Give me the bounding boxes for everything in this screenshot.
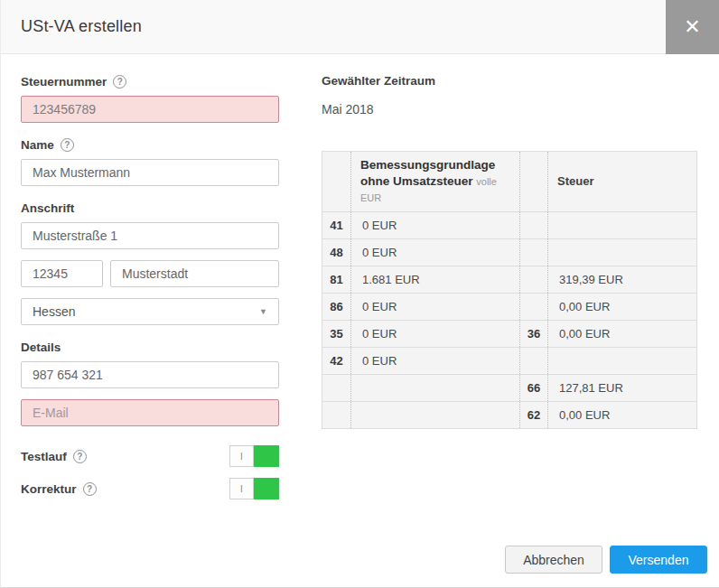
code-cell [322,375,351,402]
help-icon[interactable]: ? [83,482,97,496]
name-label-text: Name [21,138,54,152]
base-cell: 0 EUR [351,321,520,348]
base-cell: 0 EUR [351,212,520,239]
zip-input[interactable] [21,260,103,287]
tax-cell [548,239,697,266]
korrektur-row: Korrektur ? I [21,478,279,499]
help-icon[interactable]: ? [73,450,87,463]
base-cell: 0 EUR [351,239,520,266]
name-input[interactable] [21,159,279,186]
base-cell [351,402,520,429]
code-cell: 86 [322,294,351,321]
street-input[interactable] [21,222,279,249]
dialog-header: USt-VA erstellen ✕ [1,0,719,54]
tax-cell [548,348,697,375]
vat-table: Bemessungsgrundlage ohne Umsatzsteuer vo… [322,151,697,429]
state-select[interactable]: Hessen ▼ [21,298,279,325]
tax-cell: 127,81 EUR [548,375,697,402]
base-cell: 0 EUR [351,294,520,321]
tax-cell: 0,00 EUR [548,321,697,348]
zeitraum-value: Mai 2018 [322,102,700,117]
close-icon: ✕ [684,15,700,39]
toggle-handle: I [229,478,254,499]
code2-cell [520,266,548,294]
header-code-cell [322,152,351,212]
steuernummer-label: Steuernummer ? [21,74,279,89]
steuernummer-input[interactable] [21,96,279,123]
code-cell: 35 [322,321,351,348]
testlauf-toggle[interactable]: I [229,445,279,467]
tax-cell [548,212,697,239]
code-cell [322,402,351,429]
reference-input[interactable] [21,361,279,388]
toggle-track-on [254,478,279,499]
testlauf-label-text: Testlauf [21,450,67,463]
zip-city-row [21,260,279,287]
table-row: 42 0 EUR [322,348,697,375]
base-cell: 1.681 EUR [351,266,520,294]
name-label: Name ? [21,137,279,152]
code2-cell: 62 [520,402,548,429]
table-row: 62 0,00 EUR [322,402,697,429]
code-cell: 41 [322,212,351,239]
table-header-row: Bemessungsgrundlage ohne Umsatzsteuer vo… [322,152,697,212]
code2-cell: 36 [520,321,548,348]
base-header-line1: Bemessungsgrundlage [360,157,510,173]
toggle-track-on [254,445,279,467]
details-label: Details [21,340,279,354]
table-row: 48 0 EUR [322,239,697,266]
zeitraum-label: Gewählter Zeitraum [322,74,700,88]
state-select-value: Hessen [33,304,75,319]
table-row: 86 0 EUR 0,00 EUR [322,294,697,321]
code2-cell [520,239,548,266]
help-icon[interactable]: ? [113,75,126,89]
dialog-footer: Abbrechen Versenden [505,546,707,574]
testlauf-row: Testlauf ? I [21,445,279,467]
tax-cell: 0,00 EUR [548,402,697,429]
summary-column: Gewählter Zeitraum Mai 2018 Bemessungsgr… [322,74,700,510]
header-code2-cell [520,152,548,212]
toggle-handle: I [229,445,254,467]
code-cell: 81 [322,266,351,294]
korrektur-toggle[interactable]: I [229,478,279,499]
header-tax-cell: Steuer [548,152,697,212]
anschrift-label: Anschrift [21,201,279,215]
table-row: 66 127,81 EUR [322,375,697,402]
email-input[interactable] [21,399,279,426]
form-column: Steuernummer ? Name ? Anschrift Hessen ▼… [21,74,279,510]
code2-cell [520,212,548,239]
header-base-cell: Bemessungsgrundlage ohne Umsatzsteuer vo… [351,152,520,212]
code2-cell [520,294,548,321]
code-cell: 42 [322,348,351,375]
dialog-title: USt-VA erstellen [1,17,142,36]
table-row: 81 1.681 EUR 319,39 EUR [322,266,697,294]
ust-va-dialog: USt-VA erstellen ✕ Steuernummer ? Name ?… [0,0,719,588]
code2-cell: 66 [520,375,548,402]
city-input[interactable] [110,260,279,287]
base-cell: 0 EUR [351,348,520,375]
testlauf-label: Testlauf ? [21,449,87,463]
dialog-body: Steuernummer ? Name ? Anschrift Hessen ▼… [1,54,719,510]
help-icon[interactable]: ? [61,138,74,152]
steuernummer-label-text: Steuernummer [21,75,107,89]
code-cell: 48 [322,239,351,266]
base-cell [351,375,520,402]
tax-cell: 319,39 EUR [548,266,697,294]
chevron-down-icon: ▼ [259,307,267,316]
tax-cell: 0,00 EUR [548,294,697,321]
code2-cell [520,348,548,375]
table-row: 41 0 EUR [322,212,697,239]
korrektur-label: Korrektur ? [21,481,97,496]
submit-button[interactable]: Versenden [610,546,707,574]
base-header-line2: ohne Umsatzsteuer [360,174,473,188]
table-row: 35 0 EUR 36 0,00 EUR [322,321,697,348]
korrektur-label-text: Korrektur [21,482,77,496]
close-button[interactable]: ✕ [666,0,719,54]
cancel-button[interactable]: Abbrechen [505,546,602,574]
